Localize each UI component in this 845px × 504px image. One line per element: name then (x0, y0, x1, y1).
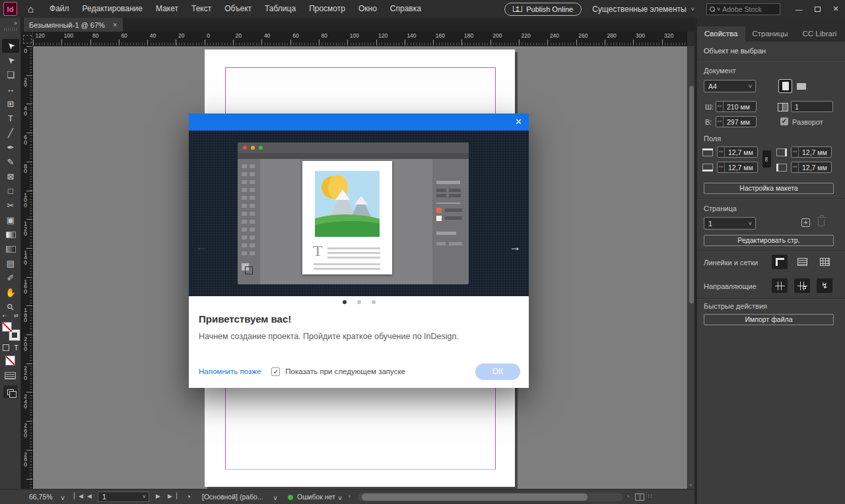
menu-item-7[interactable]: Просмотр (302, 0, 352, 18)
stepper-icon[interactable]: ˄˅ (716, 117, 724, 127)
scroll-down-icon[interactable]: ˅ (689, 482, 693, 488)
menu-item-8[interactable]: Окно (352, 0, 384, 18)
selection-tool[interactable]: ➤ (2, 39, 19, 53)
vertical-scrollbar[interactable]: ˅ (687, 46, 694, 489)
eyedropper-tool[interactable]: ✐ (2, 271, 19, 285)
formatting-affects-text-icon[interactable]: T (14, 344, 18, 352)
pen-tool[interactable]: ✒ (2, 141, 19, 154)
hand-tool[interactable]: ✋ (2, 286, 19, 299)
menu-item-1[interactable]: Файл (43, 0, 76, 18)
toolbar-grip[interactable] (4, 28, 17, 31)
tab-cc-libraries[interactable]: CC Libraries (795, 26, 836, 42)
first-page-button[interactable]: ▏◀ (74, 493, 83, 499)
horizontal-scrollbar-thumb[interactable] (362, 493, 588, 501)
home-icon[interactable]: ⌂ (28, 3, 34, 15)
search-input[interactable] (722, 5, 768, 13)
formatting-affects-container-icon[interactable] (3, 344, 9, 351)
stepper-icon[interactable]: ˄˅ (716, 102, 724, 111)
carousel-previous-icon[interactable]: ← (195, 240, 207, 254)
menu-item-5[interactable]: Объект (218, 0, 258, 18)
note-tool[interactable]: ▤ (2, 257, 19, 270)
screen-mode-button[interactable] (3, 385, 18, 398)
margin-top-field[interactable]: ˄˅ 12,7 мм (717, 146, 758, 158)
carousel-dot-3[interactable] (372, 300, 376, 304)
vertical-ruler[interactable]: 020406080100120140160180200220240260280 (21, 46, 33, 489)
menu-item-6[interactable]: Таблица (258, 0, 302, 18)
last-page-button[interactable]: ▶▕ (168, 493, 177, 499)
stepper-icon[interactable]: ˄˅ (792, 162, 799, 172)
fill-stroke-swatches[interactable] (2, 322, 20, 340)
adjust-layout-button[interactable]: Настройка макета (704, 183, 834, 194)
stepper-icon[interactable]: ˄˅ (718, 147, 725, 157)
delete-page-button[interactable] (818, 219, 825, 226)
preflight-status-text[interactable]: Ошибок нет (297, 493, 335, 501)
margin-inside-field[interactable]: ˄˅ 12,7 мм (791, 162, 832, 173)
stepper-icon[interactable]: ˄˅ (718, 162, 725, 172)
edit-page-button[interactable]: Редактировать стр. (704, 235, 834, 246)
height-field[interactable]: ˄˅ 297 мм (716, 116, 757, 127)
remind-later-link[interactable]: Напомнить позже (199, 367, 261, 375)
adobe-stock-search[interactable]: ˅ (706, 3, 780, 15)
rulers-toggle-button[interactable] (772, 255, 788, 269)
restore-button[interactable] (808, 0, 827, 18)
gradient-feather-tool[interactable] (2, 242, 19, 256)
vertical-scrollbar-thumb[interactable] (689, 86, 694, 303)
guides-toggle-button[interactable] (772, 278, 788, 293)
zoom-chevron-icon[interactable]: ˅ (61, 494, 65, 502)
ok-button[interactable]: ОК (475, 363, 520, 380)
scissors-tool[interactable]: ✂ (2, 199, 19, 212)
carousel-dot-2[interactable] (357, 300, 361, 304)
split-view-icon[interactable] (635, 493, 644, 501)
document-tab[interactable]: Безымянный-1 @ 67% ✕ (24, 18, 123, 32)
dialog-close-icon[interactable]: ✕ (515, 117, 522, 127)
ruler-origin-box[interactable] (21, 32, 33, 46)
page-size-select[interactable]: A4 ˅ (704, 80, 756, 92)
gap-tool[interactable]: ↔ (2, 82, 19, 96)
page-tool[interactable]: ❏ (2, 68, 19, 82)
type-tool[interactable]: T (2, 111, 19, 125)
apply-none-button[interactable] (5, 356, 15, 365)
free-transform-tool[interactable]: ▣ (2, 213, 19, 227)
lock-guides-button[interactable] (794, 278, 810, 293)
import-file-button[interactable]: Импорт файла (704, 314, 834, 325)
width-field[interactable]: ˄˅ 210 мм (716, 101, 757, 112)
link-margins-button[interactable]: ∞ (762, 150, 771, 168)
orientation-portrait-button[interactable] (779, 80, 792, 92)
preflight-gauge-icon[interactable]: ◔ (186, 492, 191, 501)
publish-online-button[interactable]: ↥ Publish Online (504, 3, 582, 16)
stepper-icon[interactable]: ˄˅ (792, 147, 799, 157)
facing-pages-checkbox[interactable]: ✓ (780, 117, 788, 125)
carousel-next-icon[interactable]: → (509, 240, 521, 254)
content-collector-tool[interactable]: ⊞ (2, 97, 19, 111)
default-swatches-icon[interactable]: ▪▫ (3, 313, 7, 319)
baseline-grid-button[interactable] (794, 255, 810, 269)
tab-properties[interactable]: Свойства (697, 26, 745, 42)
page-count-field[interactable]: 1 (791, 101, 833, 112)
margin-outside-field[interactable]: ˄˅ 12,7 мм (791, 146, 832, 158)
master-page-indicator[interactable]: [Основной] (рабо... (202, 493, 263, 501)
smart-guides-button[interactable]: ↯ (817, 278, 832, 293)
preflight-chevron-icon[interactable]: ˅ (338, 494, 342, 502)
rectangle-tool[interactable]: □ (2, 184, 19, 198)
horizontal-ruler[interactable]: 1201008060402002040608010012014016018020… (21, 32, 687, 46)
workspace-switcher[interactable]: Существенные элементы ˅ (592, 5, 694, 14)
page-number-box[interactable]: 1 ˅ (98, 491, 149, 502)
menu-item-2[interactable]: Редактирование (76, 0, 149, 18)
master-chevron-icon[interactable]: ˅ (273, 494, 277, 502)
menu-item-9[interactable]: Справка (384, 0, 428, 18)
menu-item-3[interactable]: Макет (149, 0, 185, 18)
close-button[interactable]: ✕ (827, 0, 845, 18)
carousel-dot-1[interactable] (343, 300, 347, 304)
fill-swatch[interactable] (2, 322, 12, 332)
zoom-tool[interactable]: ⚲ (2, 300, 19, 314)
zoom-level[interactable]: 66,75% (29, 493, 53, 501)
orientation-landscape-button[interactable] (795, 80, 807, 92)
pencil-tool[interactable]: ✎ (2, 155, 19, 169)
margin-bottom-field[interactable]: ˄˅ 12,7 мм (717, 162, 758, 173)
line-tool[interactable]: ╱ (2, 126, 19, 140)
document-grid-button[interactable] (817, 255, 832, 269)
direct-selection-tool[interactable]: ➤ (2, 53, 19, 67)
show-on-startup-checkbox[interactable]: ✓ (271, 367, 280, 376)
frame-tool[interactable]: ⊠ (2, 170, 19, 183)
scroll-left-icon[interactable]: ‹ (349, 493, 351, 499)
